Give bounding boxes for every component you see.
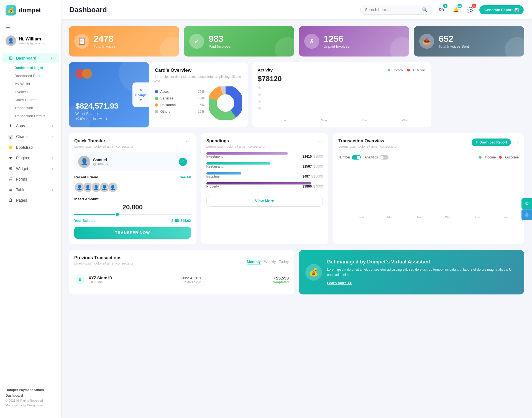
cards-overview-subtitle: Lorem ipsum dolor sit amet, consectetur …	[155, 75, 242, 83]
forms-icon: 🖨	[8, 177, 13, 182]
outcome-legend-label: Outcome	[505, 155, 519, 159]
sidebar-item-dashboard[interactable]: ⊞ Dashboard ▼	[2, 53, 59, 63]
pie-chart-container: Account 20% Services	[155, 86, 242, 120]
person-name: Samuel	[93, 158, 108, 162]
transfer-now-button[interactable]: TRANSFER NOW	[74, 227, 191, 239]
quick-transfer-menu-icon[interactable]: ⋯	[185, 139, 191, 144]
legend-account: Account 20%	[155, 90, 204, 94]
tx-date: June 4, 2020	[181, 276, 202, 280]
chat-button[interactable]: 💬 5	[465, 4, 475, 15]
check-icon: ✓	[179, 158, 187, 166]
person-handle: @sam224	[93, 162, 108, 166]
sidebar-item-table[interactable]: ≡ Table ›	[2, 185, 59, 195]
sent-invoices-label: Total Invoices Sent	[439, 44, 469, 48]
sidebar-item-widget[interactable]: ⚙ Widget ›	[2, 163, 59, 174]
settings-side-button[interactable]: ⚙	[521, 198, 532, 209]
sidebar-item-apps[interactable]: ℹ Apps ›	[2, 120, 59, 131]
number-toggle[interactable]	[352, 155, 361, 160]
user-email: william@gmail.com	[19, 42, 45, 45]
cards-overview: Card's Overview Lorem ipsum dolor sit am…	[149, 62, 248, 127]
download-report-button[interactable]: ⬇ Download Report	[472, 139, 511, 146]
water-side-button[interactable]: 💧	[521, 209, 532, 220]
sidebar-subitem-transaction-details[interactable]: Transaction Details	[11, 112, 61, 120]
widget-icon: ⚙	[8, 166, 13, 171]
sidebar-subitem-dashboard-light[interactable]: Dashboard Light	[11, 64, 61, 72]
stat-card-total: 📋 2478 Total Invoices	[69, 26, 179, 57]
sidebar-label-widget: Widget	[16, 166, 28, 171]
sidebar-item-forms[interactable]: 🖨 Forms ›	[2, 174, 59, 184]
sidebar-item-bootstrap[interactable]: ⭐ Bootstrap ›	[2, 142, 59, 152]
sidebar-item-plugins[interactable]: ♥ Plugins ›	[2, 153, 59, 163]
generate-report-button[interactable]: Generate Report 📊	[479, 5, 524, 14]
services-dot	[155, 97, 158, 100]
restaurant-bar	[206, 162, 270, 165]
plugins-icon: ♥	[8, 155, 13, 160]
see-all-link[interactable]: See All	[180, 175, 191, 179]
activity-title: Activity	[258, 68, 273, 72]
amount-slider[interactable]	[74, 214, 191, 215]
prev-tx-header: Previous Transactions Lorem ipsum dolor …	[74, 255, 289, 269]
footer-title: Dompet Payment Admin Dashboard	[6, 388, 55, 398]
number-toggle-group: Number	[338, 155, 361, 160]
number-toggle-label: Number	[338, 155, 350, 159]
tx-overview-menu-icon[interactable]: ⋯	[513, 139, 519, 146]
sidebar-subitem-dashboard-dark[interactable]: Dashboard Dark	[11, 72, 61, 80]
tab-today[interactable]: Today	[279, 260, 289, 265]
sidebar-item-pages[interactable]: 🗒 Pages ›	[2, 195, 59, 205]
others-dot	[155, 110, 158, 113]
sidebar-item-charts[interactable]: 📊 Charts ›	[2, 131, 59, 142]
header-right: 🔍 🛍 2 🔔 12 💬 5 Generate Report 📊	[360, 4, 524, 15]
download-icon: ⬇	[475, 140, 478, 144]
spending-property: Property $3890 /$4000	[206, 182, 323, 188]
sidebar-subitem-transaction[interactable]: Transaction	[11, 104, 61, 112]
tx-overview-subtitle: Lorem ipsum dolor sit amet, consectetur	[338, 145, 397, 148]
spendings-title: Spendings	[206, 139, 265, 143]
tab-monthly[interactable]: Monthly	[247, 260, 261, 265]
dashboard-subitems: Dashboard Light Dashboard Dark My Wallet…	[0, 64, 61, 120]
sent-invoices-num: 652	[439, 34, 469, 43]
sidebar-subitem-invoices[interactable]: Invoices	[11, 88, 61, 96]
bottom-three-col: Quick Transfer Lorem ipsum dolor sit ame…	[69, 133, 524, 244]
chart-icon: 📊	[514, 8, 519, 12]
slider-thumb[interactable]	[115, 212, 119, 217]
analytics-toggle[interactable]	[380, 155, 388, 160]
prev-transactions-card: Previous Transactions Lorem ipsum dolor …	[69, 250, 294, 294]
quick-transfer-card: Quick Transfer Lorem ipsum dolor sit ame…	[69, 133, 196, 244]
stat-card-unpaid: ✗ 1256 Unpaid Invoices	[299, 26, 409, 57]
logo-text: dompet	[19, 7, 41, 14]
paid-invoices-label: Paid Invoices	[209, 44, 230, 48]
sidebar-subitem-cards-center[interactable]: Cards Center	[11, 96, 61, 104]
chevron-right-icon-7: ›	[52, 188, 53, 191]
legend: Account 20% Services	[155, 90, 204, 116]
bell-button[interactable]: 🔔 12	[451, 4, 461, 15]
prev-tx-banner-row: Previous Transactions Lorem ipsum dolor …	[69, 250, 524, 294]
tab-weekly[interactable]: Weekly	[264, 260, 276, 265]
footer-made: Made with ♥ by DesignZone	[6, 403, 55, 408]
sidebar-label-forms: Forms	[16, 177, 27, 181]
spendings-menu-icon[interactable]: ⋯	[317, 139, 323, 144]
bar-labels: Sun Mon Tue Wed	[263, 119, 426, 122]
shopping-bag-button[interactable]: 🛍 2	[436, 4, 447, 15]
analytics-toggle-group: Analytics	[365, 155, 388, 160]
income-label: Income	[394, 68, 404, 72]
learn-more-link[interactable]: Learn more >>	[327, 281, 352, 285]
hamburger-button[interactable]: ☰	[0, 20, 61, 32]
view-more-button[interactable]: View More	[206, 195, 323, 207]
outcome-label: Outcome	[413, 68, 426, 72]
footer-year: © 2021 All Rights Reserved	[6, 398, 55, 403]
total-invoices-label: Total Invoices	[94, 44, 116, 48]
sidebar-label-pages: Pages	[16, 198, 27, 202]
friend-avatars: 👤 👤 👤 👤 👤	[74, 182, 191, 193]
main-area: Dashboard 🔍 🛍 2 🔔 12 💬 5 Generate Report…	[61, 0, 532, 418]
sidebar-subitem-my-wallet[interactable]: My Wallet	[11, 80, 61, 88]
change-button[interactable]: ↻ Change ▼	[132, 83, 149, 107]
unpaid-invoices-num: 1256	[324, 34, 349, 43]
unpaid-invoices-icon: ✗	[304, 34, 319, 49]
refresh-icon: ↻	[140, 88, 142, 92]
spending-installment: Installment $487 /$10000	[206, 172, 323, 178]
search-input[interactable]	[365, 7, 420, 12]
large-bar-chart	[338, 163, 519, 213]
search-box[interactable]: 🔍	[360, 5, 432, 15]
chevron-right-icon-8: ›	[52, 199, 53, 202]
tx-tabs: Monthly Weekly Today	[247, 260, 289, 265]
